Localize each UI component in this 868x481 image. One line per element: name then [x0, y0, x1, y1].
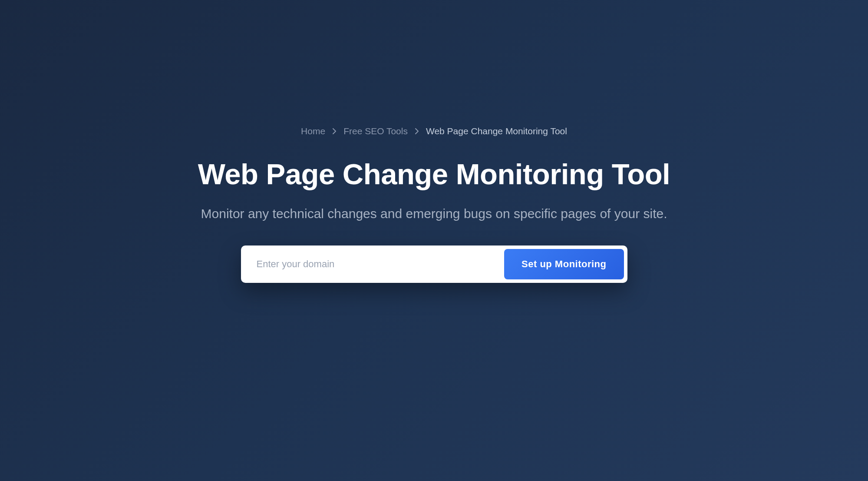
chevron-right-icon [415, 128, 419, 134]
breadcrumb: Home Free SEO Tools Web Page Change Moni… [301, 126, 567, 136]
page-title: Web Page Change Monitoring Tool [198, 157, 670, 191]
page-subtitle: Monitor any technical changes and emergi… [201, 206, 667, 221]
breadcrumb-current: Web Page Change Monitoring Tool [426, 126, 567, 136]
breadcrumb-link-home[interactable]: Home [301, 126, 325, 136]
domain-form: Set up Monitoring [241, 245, 627, 283]
setup-monitoring-button[interactable]: Set up Monitoring [504, 249, 624, 279]
domain-input[interactable] [244, 251, 505, 278]
breadcrumb-link-tools[interactable]: Free SEO Tools [343, 126, 408, 136]
chevron-right-icon [332, 128, 337, 134]
